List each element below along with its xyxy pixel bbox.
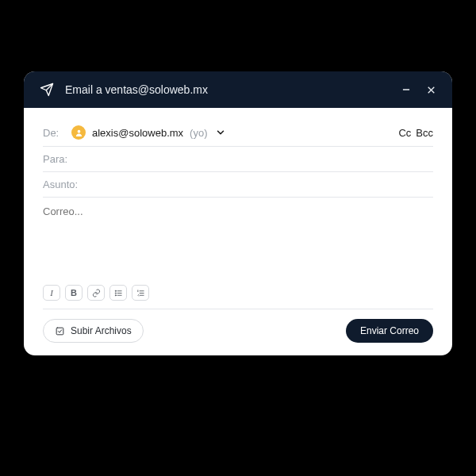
compose-email-window: Email a ventas@soloweb.mx De: alexis@sol… (24, 71, 452, 355)
to-input[interactable] (74, 153, 433, 165)
close-button[interactable] (426, 85, 436, 95)
subject-input[interactable] (87, 178, 433, 190)
svg-point-7 (115, 290, 116, 291)
cc-toggle[interactable]: Cc (398, 127, 411, 139)
cc-bcc-controls: Cc Bcc (398, 127, 433, 139)
compose-body: De: alexis@soloweb.mx (yo) Cc Bcc Para: … (24, 108, 452, 355)
avatar (71, 125, 86, 140)
bcc-toggle[interactable]: Bcc (416, 127, 433, 139)
svg-point-9 (115, 294, 116, 295)
numbered-list-button[interactable] (132, 285, 149, 301)
from-label: De: (43, 127, 65, 139)
svg-point-8 (115, 292, 116, 293)
from-hint: (yo) (190, 127, 207, 139)
svg-rect-14 (56, 328, 63, 335)
to-label: Para: (43, 153, 67, 165)
subject-label: Asunto: (43, 178, 81, 190)
bullet-list-button[interactable] (109, 285, 127, 301)
subject-row: Asunto: (43, 172, 433, 198)
send-icon (40, 83, 54, 97)
footer: Subir Archivos Enviar Correo (43, 309, 433, 343)
bold-button[interactable]: B (65, 285, 83, 301)
window-controls (401, 84, 436, 95)
chevron-down-icon[interactable] (215, 127, 226, 138)
to-row: Para: (43, 147, 433, 172)
minimize-button[interactable] (401, 84, 412, 95)
format-toolbar: I B (43, 280, 433, 309)
window-header: Email a ventas@soloweb.mx (24, 71, 452, 108)
italic-button[interactable]: I (43, 285, 60, 301)
from-row: De: alexis@soloweb.mx (yo) Cc Bcc (43, 122, 433, 147)
upload-icon (55, 326, 65, 336)
link-button[interactable] (87, 285, 105, 301)
window-title: Email a ventas@soloweb.mx (65, 83, 390, 96)
upload-files-button[interactable]: Subir Archivos (43, 319, 144, 343)
message-input[interactable] (43, 198, 433, 277)
send-email-button[interactable]: Enviar Correo (346, 319, 433, 343)
from-email: alexis@soloweb.mx (92, 127, 183, 139)
svg-point-3 (77, 129, 80, 132)
upload-files-label: Subir Archivos (71, 325, 132, 336)
